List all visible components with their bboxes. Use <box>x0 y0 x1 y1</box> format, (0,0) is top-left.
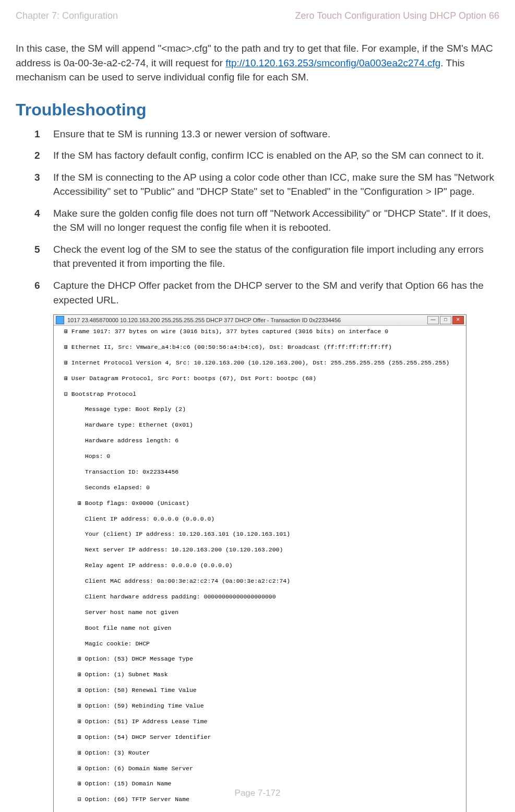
packet-line[interactable]: ⊞ Frame 1017: 377 bytes on wire (3016 bi… <box>57 328 463 336</box>
packet-line[interactable]: Hardware type: Ethernet (0x01) <box>57 421 463 429</box>
step-number: 5 <box>34 242 40 257</box>
packet-line[interactable]: Hops: 0 <box>57 453 463 461</box>
packet-line[interactable]: Seconds elapsed: 0 <box>57 484 463 492</box>
packet-line[interactable]: Relay agent IP address: 0.0.0.0 (0.0.0.0… <box>57 562 463 570</box>
packet-line[interactable]: Next server IP address: 10.120.163.200 (… <box>57 546 463 554</box>
header-left: Chapter 7: Configuration <box>16 10 118 21</box>
step-text: Check the event log of the SM to see the… <box>53 244 484 269</box>
step-6: 6Capture the DHCP Offer packet from the … <box>53 278 499 307</box>
packet-line[interactable]: Client hardware address padding: 0000000… <box>57 593 463 601</box>
packet-line[interactable]: ⊞ Option: (6) Domain Name Server <box>57 765 463 773</box>
packet-line[interactable]: ⊞ Option: (53) DHCP Message Type <box>57 655 463 663</box>
packet-line[interactable]: Server host name not given <box>57 609 463 617</box>
step-4: 4Make sure the golden config file does n… <box>53 206 499 235</box>
step-text: If the SM is connecting to the AP using … <box>53 172 494 197</box>
packet-line[interactable]: ⊞ Option: (3) Router <box>57 749 463 757</box>
minimize-button[interactable]: — <box>427 316 439 324</box>
packet-line[interactable]: ⊞ Ethernet II, Src: Vmware_a4:b4:c6 (00:… <box>57 344 463 351</box>
packet-line[interactable]: ⊞ Option: (59) Rebinding Time Value <box>57 702 463 710</box>
packet-line[interactable]: ⊞ Internet Protocol Version 4, Src: 10.1… <box>57 359 463 367</box>
page-footer: Page 7-172 <box>0 788 515 798</box>
packet-line[interactable]: Your (client) IP address: 10.120.163.101… <box>57 531 463 538</box>
header-right: Zero Touch Configuration Using DHCP Opti… <box>295 10 499 21</box>
step-number: 2 <box>34 148 40 163</box>
intro-url-link[interactable]: ftp://10.120.163.253/smconfig/0a003ea2c2… <box>225 57 440 68</box>
intro-paragraph: In this case, the SM will append "<mac>.… <box>16 41 499 85</box>
window-title-bar: 1017 23.485870000 10.120.163.200 255.255… <box>54 315 466 326</box>
step-text: Ensure that te SM is running 13.3 or new… <box>53 128 330 139</box>
step-5: 5Check the event log of the SM to see th… <box>53 242 499 271</box>
packet-line[interactable]: Message type: Boot Reply (2) <box>57 406 463 414</box>
step-2: 2If the SM has factory default config, c… <box>53 148 499 163</box>
packet-line[interactable]: Magic cookie: DHCP <box>57 640 463 648</box>
wireshark-icon <box>56 316 64 324</box>
packet-line[interactable]: ⊞ Bootp flags: 0x0000 (Unicast) <box>57 500 463 508</box>
section-heading-troubleshooting: Troubleshooting <box>16 100 499 120</box>
packet-details-pane[interactable]: ⊞ Frame 1017: 377 bytes on wire (3016 bi… <box>54 326 466 812</box>
step-number: 6 <box>34 278 40 293</box>
packet-line[interactable]: ⊞ Option: (54) DHCP Server Identifier <box>57 734 463 742</box>
packet-line[interactable]: Boot file name not given <box>57 625 463 632</box>
packet-line[interactable]: ⊞ Option: (1) Subnet Mask <box>57 671 463 679</box>
packet-line[interactable]: ⊞ Option: (51) IP Address Lease Time <box>57 718 463 726</box>
packet-line[interactable]: ⊞ Option: (15) Domain Name <box>57 780 463 788</box>
step-1: 1Ensure that te SM is running 13.3 or ne… <box>53 127 499 142</box>
step-number: 3 <box>34 170 40 185</box>
step-text: If the SM has factory default config, co… <box>53 150 484 161</box>
step-text: Make sure the golden config file does no… <box>53 208 490 233</box>
window-title: 1017 23.485870000 10.120.163.200 255.255… <box>67 316 427 324</box>
step-text: Capture the DHCP Offer packet from the D… <box>53 280 484 305</box>
packet-line[interactable]: Hardware address length: 6 <box>57 437 463 445</box>
packet-line[interactable]: Client IP address: 0.0.0.0 (0.0.0.0) <box>57 515 463 523</box>
packet-line[interactable]: ⊟ Bootstrap Protocol <box>57 391 463 398</box>
step-3: 3If the SM is connecting to the AP using… <box>53 170 499 199</box>
packet-line[interactable]: ⊞ Option: (58) Renewal Time Value <box>57 687 463 695</box>
packet-line[interactable]: ⊞ User Datagram Protocol, Src Port: boot… <box>57 375 463 383</box>
maximize-button[interactable]: □ <box>440 316 451 324</box>
close-button[interactable]: ✕ <box>452 316 464 324</box>
step-number: 4 <box>34 206 40 221</box>
packet-line[interactable]: Client MAC address: 0a:00:3e:a2:c2:74 (0… <box>57 578 463 585</box>
packet-capture-window: 1017 23.485870000 10.120.163.200 255.255… <box>53 314 466 812</box>
packet-line[interactable]: Transaction ID: 0x22334456 <box>57 468 463 476</box>
step-number: 1 <box>34 127 40 142</box>
troubleshooting-steps: 1Ensure that te SM is running 13.3 or ne… <box>16 127 499 307</box>
